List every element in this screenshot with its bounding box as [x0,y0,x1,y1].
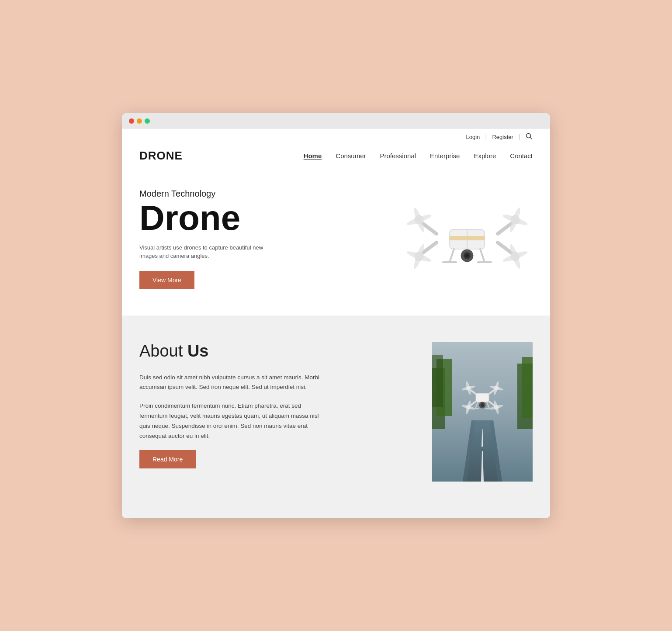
browser-chrome [122,113,550,128]
about-heading: About Us [139,342,327,361]
hero-subtitle: Modern Technology [139,189,270,199]
read-more-button[interactable]: Read More [139,450,196,468]
divider-1: | [485,133,487,141]
hero-image [402,194,533,284]
nav-item-enterprise[interactable]: Enterprise [430,152,460,159]
hero-text: Modern Technology Drone Visual artists u… [139,189,270,289]
svg-rect-33 [522,357,533,418]
maximize-dot[interactable] [145,118,150,124]
nav-item-consumer[interactable]: Consumer [336,152,366,159]
main-nav: DRONE Home Consumer Professional Enterpr… [122,146,550,171]
search-icon[interactable] [526,133,533,141]
hero-description: Visual artists use drones to capture bea… [139,243,270,260]
view-more-button[interactable]: View More [139,271,194,289]
about-para-2: Proin condimentum fermentum nunc. Etiam … [139,401,327,441]
close-dot[interactable] [129,118,134,124]
svg-rect-55 [476,393,489,402]
svg-line-22 [480,249,485,262]
site-logo: DRONE [139,149,183,163]
about-image [432,342,533,483]
about-text: About Us Duis sed odio sit amet nibh vul… [139,342,327,469]
nav-item-professional[interactable]: Professional [380,152,416,159]
hero-section: Modern Technology Drone Visual artists u… [122,171,550,316]
svg-rect-31 [432,355,443,407]
about-drone-svg [432,342,533,482]
utility-bar: Login | Register | [122,128,550,146]
about-section: About Us Duis sed odio sit amet nibh vul… [122,316,550,518]
svg-point-61 [481,403,484,407]
browser-window: Login | Register | DRONE Home Consumer P… [122,113,550,518]
login-link[interactable]: Login [466,134,480,140]
svg-point-27 [465,254,469,257]
svg-line-21 [450,249,454,262]
nav-item-explore[interactable]: Explore [474,152,496,159]
divider-2: | [519,133,520,141]
minimize-dot[interactable] [137,118,142,124]
about-heading-normal: About [139,342,183,360]
about-heading-bold: Us [187,342,209,360]
about-para-1: Duis sed odio sit amet nibh vulputate cu… [139,373,327,393]
hero-title: Drone [139,201,270,236]
nav-item-contact[interactable]: Contact [510,152,533,159]
svg-line-1 [530,137,532,139]
hero-drone-svg [402,194,533,282]
register-link[interactable]: Register [492,134,513,140]
nav-links: Home Consumer Professional Enterprise Ex… [304,152,533,159]
nav-item-home[interactable]: Home [304,152,322,159]
